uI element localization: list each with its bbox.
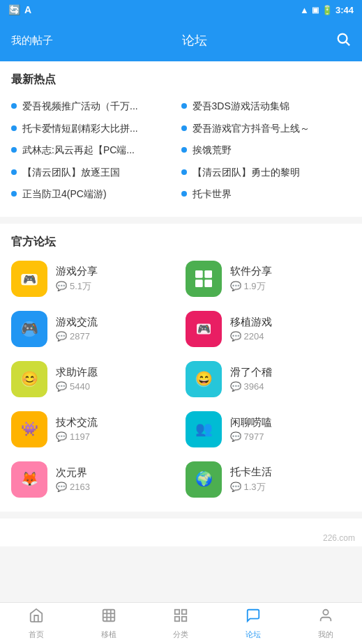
forum-info-8: 次元界 💬 2163 bbox=[56, 466, 177, 492]
nav-migrate-label: 移植 bbox=[101, 629, 116, 640]
svg-rect-21 bbox=[103, 609, 114, 621]
forum-item-8[interactable]: 🦊 次元界 💬 2163 bbox=[11, 459, 177, 500]
nav-category-label: 分类 bbox=[173, 629, 188, 640]
hot-item-3[interactable]: 爱吾游戏官方抖音号上线～ bbox=[181, 118, 352, 140]
comment-icon: 💬 bbox=[230, 331, 241, 342]
hot-dot bbox=[11, 191, 17, 197]
my-posts-link[interactable]: 我的帖子 bbox=[11, 34, 53, 47]
forum-nav-icon bbox=[246, 608, 261, 627]
forum-item-1[interactable]: 软件分享 💬 1.9万 bbox=[186, 258, 352, 300]
forum-icon-9: 🌍 bbox=[186, 461, 222, 498]
forum-info-5: 滑了个稽 💬 3964 bbox=[230, 366, 352, 392]
hot-item-5[interactable]: 挨饿荒野 bbox=[181, 139, 352, 162]
forum-info-3: 移植游戏 💬 2204 bbox=[230, 316, 352, 342]
hot-item-9[interactable]: 托卡世界 bbox=[181, 183, 352, 206]
svg-point-30 bbox=[323, 609, 328, 614]
hot-item-text-6: 【清云团队】放逐王国 bbox=[22, 166, 181, 180]
hot-item-2[interactable]: 托卡爱情短剧精彩大比拼... bbox=[11, 118, 181, 140]
nav-migrate[interactable]: 移植 bbox=[73, 608, 145, 640]
hot-item-6[interactable]: 【清云团队】放逐王国 bbox=[11, 162, 181, 184]
forum-item-6[interactable]: 👾 技术交流 💬 1197 bbox=[11, 408, 177, 450]
hot-item-text-5: 挨饿荒野 bbox=[193, 144, 352, 158]
hot-item-0[interactable]: 爱吾视频推广活动（千万... bbox=[11, 95, 181, 118]
forum-section-title: 官方论坛 bbox=[11, 235, 351, 250]
svg-rect-26 bbox=[175, 609, 179, 613]
hot-dot bbox=[11, 103, 17, 109]
hot-dot bbox=[181, 169, 187, 175]
nav-home[interactable]: 首页 bbox=[0, 608, 73, 640]
app-icon-2: A bbox=[24, 4, 31, 15]
hot-item-text-9: 托卡世界 bbox=[193, 187, 352, 201]
hot-item-7[interactable]: 【清云团队】勇士的黎明 bbox=[181, 162, 352, 184]
forum-item-9[interactable]: 🌍 托卡生活 💬 1.3万 bbox=[186, 459, 352, 500]
hot-dot bbox=[181, 191, 187, 197]
forum-grid: 🎮 游戏分享 💬 5.1万 bbox=[11, 258, 351, 500]
status-right-icons: ▲ ▣ 🔋 3:44 bbox=[300, 5, 354, 15]
hot-item-text-8: 正当防卫4(PC端游) bbox=[22, 187, 181, 201]
forum-icon-3: 🎮 bbox=[186, 311, 222, 347]
forum-icon-0: 🎮 bbox=[11, 261, 47, 297]
profile-icon bbox=[318, 608, 333, 627]
hot-item-1[interactable]: 爱吾3DS游戏活动集锦 bbox=[181, 95, 352, 118]
forum-info-2: 游戏交流 💬 2877 bbox=[56, 316, 177, 342]
nav-profile[interactable]: 我的 bbox=[289, 608, 362, 640]
svg-text:😄: 😄 bbox=[195, 370, 212, 387]
main-content: 最新热点 爱吾视频推广活动（千万... 爱吾3DS游戏活动集锦 托卡爱情短剧精彩… bbox=[0, 61, 362, 595]
forum-name-9: 托卡生活 bbox=[230, 466, 352, 479]
forum-item-4[interactable]: 😊 求助许愿 💬 5440 bbox=[11, 358, 177, 400]
comment-icon: 💬 bbox=[56, 381, 67, 392]
svg-text:🎮: 🎮 bbox=[197, 323, 210, 335]
forum-name-8: 次元界 bbox=[56, 466, 177, 480]
nav-home-label: 首页 bbox=[29, 629, 44, 640]
forum-count-4: 💬 5440 bbox=[56, 381, 177, 392]
svg-rect-29 bbox=[182, 616, 186, 620]
forum-item-0[interactable]: 🎮 游戏分享 💬 5.1万 bbox=[11, 258, 177, 300]
hot-item-text-1: 爱吾3DS游戏活动集锦 bbox=[193, 100, 352, 114]
hot-dot bbox=[181, 103, 187, 109]
hot-item-8[interactable]: 正当防卫4(PC端游) bbox=[11, 183, 181, 206]
forum-info-7: 闲聊唠嗑 💬 7977 bbox=[230, 416, 352, 442]
nav-profile-label: 我的 bbox=[318, 629, 333, 640]
comment-icon: 💬 bbox=[56, 431, 67, 442]
forum-section: 官方论坛 🎮 游戏分享 💬 5.1万 bbox=[0, 224, 362, 512]
forum-info-6: 技术交流 💬 1197 bbox=[56, 416, 177, 442]
nav-category[interactable]: 分类 bbox=[145, 608, 218, 640]
forum-icon-5: 😄 bbox=[186, 361, 222, 397]
comment-icon: 💬 bbox=[56, 281, 67, 291]
hot-dot bbox=[181, 147, 187, 153]
home-icon bbox=[29, 608, 44, 627]
forum-icon-8: 🦊 bbox=[11, 461, 47, 498]
watermark-area: 226.com bbox=[0, 519, 362, 546]
comment-icon: 💬 bbox=[230, 381, 241, 392]
forum-item-5[interactable]: 😄 滑了个稽 💬 3964 bbox=[186, 358, 352, 400]
forum-icon-6: 👾 bbox=[11, 411, 47, 447]
category-icon bbox=[173, 608, 188, 627]
hot-section-title: 最新热点 bbox=[11, 72, 351, 87]
forum-count-2: 💬 2877 bbox=[56, 331, 177, 342]
hot-item-text-2: 托卡爱情短剧精彩大比拼... bbox=[22, 122, 181, 136]
forum-item-7[interactable]: 👥 闲聊唠嗑 💬 7977 bbox=[186, 408, 352, 450]
search-button[interactable] bbox=[335, 31, 351, 49]
forum-item-3[interactable]: 🎮 移植游戏 💬 2204 bbox=[186, 308, 352, 350]
forum-count-5: 💬 3964 bbox=[230, 381, 352, 392]
forum-icon-1 bbox=[186, 261, 222, 297]
svg-rect-7 bbox=[195, 279, 203, 287]
hot-grid: 爱吾视频推广活动（千万... 爱吾3DS游戏活动集锦 托卡爱情短剧精彩大比拼..… bbox=[11, 95, 351, 206]
nav-forum[interactable]: 论坛 bbox=[217, 608, 289, 640]
svg-rect-28 bbox=[175, 616, 179, 620]
hot-item-text-3: 爱吾游戏官方抖音号上线～ bbox=[193, 122, 352, 136]
forum-count-1: 💬 1.9万 bbox=[230, 280, 352, 293]
status-bar: 🔄 A ▲ ▣ 🔋 3:44 bbox=[0, 0, 362, 20]
svg-point-0 bbox=[338, 34, 347, 43]
forum-item-2[interactable]: 🎮 游戏交流 💬 2877 bbox=[11, 308, 177, 350]
hot-dot bbox=[11, 169, 17, 175]
header: 我的帖子 论坛 bbox=[0, 20, 362, 61]
svg-text:🎮: 🎮 bbox=[21, 320, 38, 337]
page-title: 论坛 bbox=[182, 32, 207, 49]
forum-name-5: 滑了个稽 bbox=[230, 366, 352, 379]
hot-section: 最新热点 爱吾视频推广活动（千万... 爱吾3DS游戏活动集锦 托卡爱情短剧精彩… bbox=[0, 61, 362, 217]
hot-dot bbox=[181, 125, 187, 131]
forum-count-9: 💬 1.3万 bbox=[230, 481, 352, 493]
hot-item-4[interactable]: 武林志:风云再起【PC端... bbox=[11, 139, 181, 162]
svg-rect-27 bbox=[182, 609, 186, 613]
